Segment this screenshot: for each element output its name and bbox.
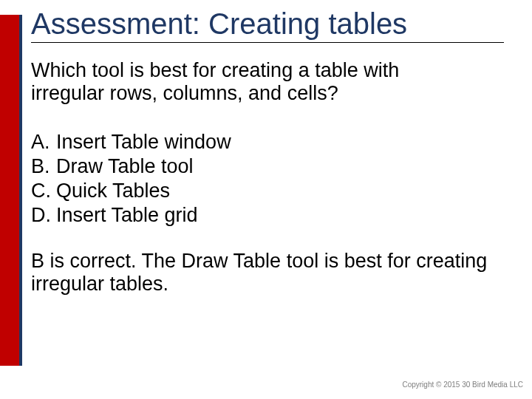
option-text: Quick Tables bbox=[56, 179, 170, 203]
option-letter: C. bbox=[31, 179, 56, 203]
option-text: Draw Table tool bbox=[56, 154, 194, 179]
option-letter: D. bbox=[31, 203, 56, 228]
option-text: Insert Table window bbox=[56, 130, 231, 154]
accent-bar-red bbox=[0, 15, 19, 366]
option-b: B. Draw Table tool bbox=[31, 154, 517, 179]
content-area: Assessment: Creating tables Which tool i… bbox=[31, 7, 517, 399]
option-letter: A. bbox=[31, 130, 56, 154]
option-letter: B. bbox=[31, 154, 56, 179]
option-a: A. Insert Table window bbox=[31, 130, 517, 154]
slide: Assessment: Creating tables Which tool i… bbox=[0, 0, 532, 399]
option-text: Insert Table grid bbox=[56, 203, 198, 228]
page-title: Assessment: Creating tables bbox=[31, 7, 504, 43]
copyright-text: Copyright © 2015 30 Bird Media LLC bbox=[402, 381, 523, 389]
option-c: C. Quick Tables bbox=[31, 179, 517, 203]
option-d: D. Insert Table grid bbox=[31, 203, 517, 228]
accent-bar-blue bbox=[19, 15, 22, 366]
options-list: A. Insert Table window B. Draw Table too… bbox=[31, 130, 517, 228]
answer-text: B is correct. The Draw Table tool is bes… bbox=[31, 250, 489, 296]
question-text: Which tool is best for creating a table … bbox=[31, 59, 474, 105]
